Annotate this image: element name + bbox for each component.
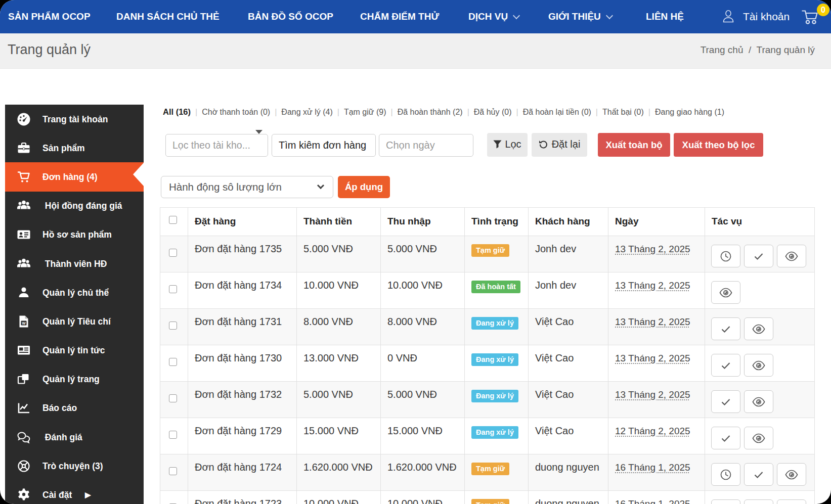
svg-text:W: W — [22, 321, 26, 326]
